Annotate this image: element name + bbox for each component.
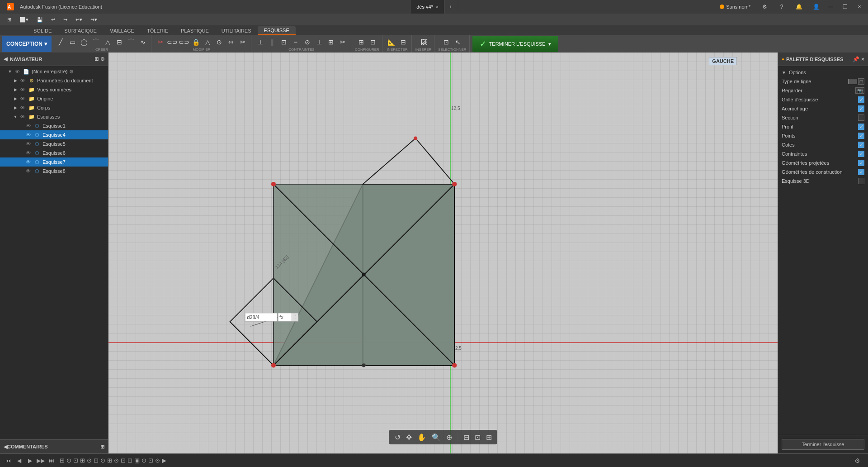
snap-tool[interactable]: ⊡ — [368, 37, 378, 48]
active-tab[interactable]: dés v4* × — [411, 0, 444, 14]
timeline-icon-11[interactable]: ⊡ — [127, 457, 132, 464]
tree-esq4[interactable]: ▶ 👁 ⬡ Esquisse4 — [0, 130, 108, 139]
points-checkbox[interactable]: ✓ — [858, 133, 864, 139]
pan-btn[interactable]: ✥ — [404, 432, 414, 443]
timeline-icon-5[interactable]: ⊙ — [87, 457, 92, 464]
tangent-tool[interactable]: ⊡ — [278, 37, 289, 48]
timeline-icon-8[interactable]: ⊞ — [107, 457, 112, 464]
options-section-header[interactable]: ▼ Options — [778, 68, 868, 77]
break-tool[interactable]: ✂ — [237, 37, 248, 48]
coincident-tool[interactable]: ⊥ — [255, 37, 266, 48]
timeline-icon-16[interactable]: ▶ — [162, 457, 166, 464]
undo-btn[interactable]: ↩ — [47, 16, 59, 24]
equal-tool[interactable]: = — [290, 37, 301, 48]
origin-expand[interactable]: ▶ — [13, 96, 18, 101]
timeline-icon-10[interactable]: ⊡ — [121, 457, 126, 464]
sym-tool[interactable]: ✂ — [337, 37, 348, 48]
grille-checkbox[interactable]: ✓ — [858, 96, 864, 103]
geo-proj-checkbox[interactable]: ✓ — [858, 160, 864, 166]
palette-pin-icon[interactable]: 📌 — [853, 56, 859, 62]
esquisses-vis-icon[interactable]: 👁 — [19, 113, 26, 120]
timeline-icon-9[interactable]: ⊙ — [114, 457, 119, 464]
hand-btn[interactable]: ✋ — [415, 432, 428, 443]
nav-expand-icon[interactable]: ⊞ — [94, 56, 99, 62]
corps-expand[interactable]: ▶ — [13, 105, 18, 110]
redo-btn[interactable]: ↪ — [60, 16, 71, 24]
type-ligne-icon[interactable] — [848, 78, 857, 85]
settings-btn[interactable]: ⚙ — [758, 0, 771, 14]
params-vis-icon[interactable]: 👁 — [19, 77, 26, 84]
cotes-checkbox[interactable]: ✓ — [858, 142, 864, 148]
comments-back-icon[interactable]: ◀ — [4, 444, 7, 450]
fillet-tool[interactable]: ⌒ — [126, 37, 137, 48]
scale-tool[interactable]: ⊙ — [214, 37, 225, 48]
trim-tool[interactable]: ✂ — [155, 37, 166, 48]
tab-close-btn[interactable]: × — [436, 5, 439, 10]
views-vis-icon[interactable]: 👁 — [19, 86, 26, 93]
perp-tool[interactable]: ⊥ — [314, 37, 325, 48]
nav-last-btn[interactable]: ⏭ — [47, 456, 56, 465]
parallel-tool[interactable]: ⊟ — [114, 37, 125, 48]
display-mode-btn[interactable]: ⊟ — [462, 432, 471, 443]
spline-tool[interactable]: ∿ — [137, 37, 148, 48]
new-tab-btn[interactable]: + — [444, 0, 457, 14]
restore-btn[interactable]: ❐ — [838, 0, 852, 14]
tab-utilitaires[interactable]: UTILITAIRES — [215, 26, 258, 35]
measure-tool[interactable]: 📐 — [386, 37, 397, 48]
tree-esq8[interactable]: ▶ 👁 ⬡ Esquisse8 — [0, 167, 108, 176]
timeline-icon-1[interactable]: ⊞ — [60, 457, 65, 464]
minimize-btn[interactable]: — — [824, 0, 837, 14]
visual-style-btn[interactable]: ⊡ — [473, 432, 482, 443]
timeline-icon-12[interactable]: ▣ — [134, 457, 140, 464]
regarder-icon[interactable]: 📷 — [855, 87, 864, 94]
tab-surfacique[interactable]: SURFACIQUE — [58, 26, 103, 35]
geo-const-checkbox[interactable]: ✓ — [858, 169, 864, 175]
triangle-tool[interactable]: △ — [102, 37, 113, 48]
tree-corps[interactable]: ▶ 👁 📁 Corps — [0, 103, 108, 112]
tree-views[interactable]: ▶ 👁 📁 Vues nommées — [0, 85, 108, 94]
canvas-area[interactable]: 12,5 -12,5 — [108, 52, 778, 453]
timeline-icon-7[interactable]: ⊙ — [100, 457, 105, 464]
grid-menu-btn[interactable]: ⊞ — [4, 16, 15, 24]
tab-tolerie[interactable]: TÔLERIE — [141, 26, 175, 35]
grid-toggle-btn[interactable]: ⊞ — [484, 432, 494, 443]
finish-sketch-btn[interactable]: Terminer l'esquisse — [782, 439, 864, 450]
timeline-icon-13[interactable]: ⊙ — [142, 457, 146, 464]
tab-maillage[interactable]: MAILLAGE — [103, 26, 141, 35]
timeline-icon-15[interactable]: ⊙ — [155, 457, 160, 464]
nav-prev-btn[interactable]: ◀ — [14, 456, 24, 465]
parallel-c-tool[interactable]: ⊘ — [302, 37, 313, 48]
image-tool[interactable]: 🖼 — [418, 37, 429, 48]
nav-play-btn[interactable]: ▶ — [25, 456, 34, 465]
zoom-extent-btn[interactable]: ⊕ — [444, 432, 454, 443]
views-expand[interactable]: ▶ — [13, 87, 18, 92]
app-icon[interactable]: A — [4, 0, 17, 14]
esq7-vis-icon[interactable]: 👁 — [24, 158, 32, 166]
esq5-vis-icon[interactable]: 👁 — [24, 140, 32, 148]
offset-tool[interactable]: △ — [202, 37, 213, 48]
esq4-vis-icon[interactable]: 👁 — [24, 131, 32, 138]
timeline-icon-4[interactable]: ⊞ — [80, 457, 85, 464]
nav-back-icon[interactable]: ◀ — [4, 56, 7, 62]
tree-params[interactable]: ▶ 👁 ⚙ Paramètres du document — [0, 76, 108, 85]
zebra-tool[interactable]: ⊟ — [398, 37, 409, 48]
tab-esquisse[interactable]: ESQUISSE — [258, 26, 296, 35]
timeline-icon-14[interactable]: ⊡ — [148, 457, 153, 464]
collinear-tool[interactable]: ∥ — [267, 37, 278, 48]
profil-checkbox[interactable]: ✓ — [858, 124, 864, 130]
esq6-vis-icon[interactable]: 👁 — [24, 149, 32, 157]
esq8-vis-icon[interactable]: 👁 — [24, 167, 32, 175]
file-btn[interactable]: ⬜▾ — [16, 16, 32, 24]
comments-expand-icon[interactable]: ⊞ — [100, 444, 104, 450]
root-vis-icon[interactable]: 👁 — [14, 68, 21, 75]
select-box-tool[interactable]: ⊡ — [441, 37, 452, 48]
tree-esq1[interactable]: ▶ 👁 ⬡ Esquisse1 — [0, 121, 108, 130]
terminer-esquisse-btn[interactable]: ✓ TERMINER L'ESQUISSE ▾ — [472, 36, 558, 52]
timeline-icon-2[interactable]: ⊙ — [66, 457, 71, 464]
tree-esquisses[interactable]: ▼ 👁 📁 Esquisses — [0, 112, 108, 121]
orbit-btn[interactable]: ↺ — [393, 432, 402, 443]
move-tool[interactable]: ⇔ — [226, 37, 236, 48]
line-tool[interactable]: ╱ — [55, 37, 66, 48]
circle-tool[interactable]: ◯ — [79, 37, 90, 48]
fillet2-tool[interactable]: 🔒 — [190, 37, 201, 48]
